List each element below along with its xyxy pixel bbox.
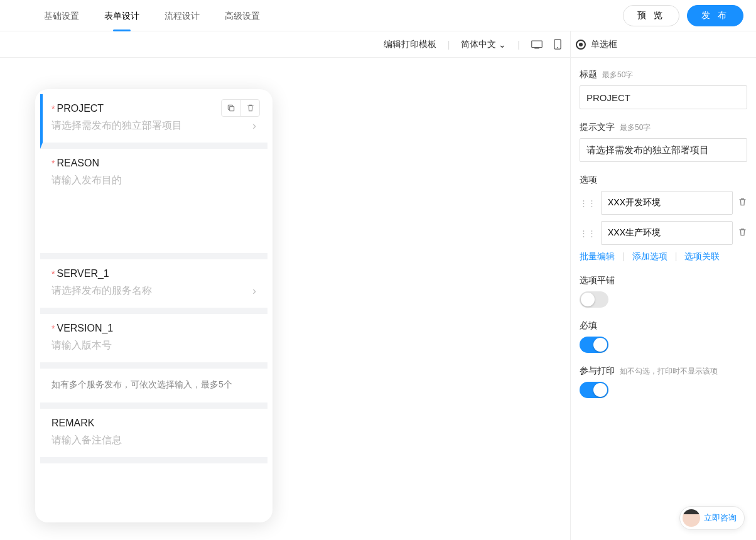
separator: | [448,40,450,50]
title-text: SERVER_1 [57,268,109,279]
required-field: 必填 [580,320,747,353]
form-item-placeholder: 请输入备注信息 [51,434,256,447]
form-item-project[interactable]: * PROJECT 请选择需发布的独立部署项目 › [40,94,267,149]
main-area: * PROJECT 请选择需发布的独立部署项目 › * REASON 请输入发布… [0,58,756,540]
chevron-right-icon: › [252,284,256,298]
form-item-title: * REASON [51,158,256,169]
tile-toggle[interactable] [580,291,608,308]
print-toggle[interactable] [580,382,608,398]
title-text: PROJECT [57,103,104,114]
tab-basic-settings[interactable]: 基础设置 [44,0,79,31]
form-item-title: * VERSION_1 [51,323,256,334]
item-actions [221,99,260,117]
top-actions: 预 览 发 布 [623,5,743,26]
relate-option-link[interactable]: 选项关联 [684,251,720,262]
svg-rect-0 [532,41,543,48]
form-item-version-1[interactable]: * VERSION_1 请输入版本号 [40,314,267,369]
label-hint: 最多50字 [602,70,633,80]
add-option-link[interactable]: 添加选项 [632,251,667,262]
language-selector[interactable]: 简体中文 ⌄ [461,39,506,50]
option-input[interactable] [601,191,733,215]
tab-form-design[interactable]: 表单设计 [104,0,139,31]
placeholder-text: 请输入发布目的 [51,174,122,187]
label-text: 选项平铺 [580,275,615,286]
prop-label: 选项平铺 [580,275,747,286]
mobile-preview-icon[interactable] [554,39,561,50]
label-hint: 如不勾选，打印时不显示该项 [620,366,718,377]
prop-label: 标题 最多50字 [580,69,747,80]
title-input[interactable] [580,85,747,109]
label-text: 选项 [580,175,597,186]
prop-label: 选项 [580,175,747,186]
option-input[interactable] [601,221,733,245]
label-text: 提示文字 [580,122,615,133]
label-text: 标题 [580,69,597,80]
title-text: REASON [57,158,99,169]
option-links: 批量编辑 | 添加选项 | 选项关联 [580,251,747,262]
component-type-heading: 单选框 [570,31,756,58]
title-text: VERSION_1 [57,323,113,334]
prop-label: 提示文字 最多50字 [580,122,747,133]
form-item-title: * SERVER_1 [51,268,256,279]
copy-icon[interactable] [222,100,240,116]
placeholder-text: 请输入版本号 [51,339,112,352]
form-item-server-1[interactable]: * SERVER_1 请选择发布的服务名称 › [40,259,267,314]
drag-handle-icon[interactable]: ⋮⋮ [580,229,596,238]
top-bar: 基础设置 表单设计 流程设计 高级设置 预 览 发 布 [0,0,756,31]
label-hint: 最多50字 [620,122,651,133]
toolbar: 编辑打印模板 | 简体中文 ⌄ | 单选框 [0,31,756,58]
preview-button[interactable]: 预 览 [623,5,679,26]
avatar [683,509,700,527]
form-item-placeholder: 请选择发布的服务名称 › [51,284,256,298]
form-item-placeholder: 请选择需发布的独立部署项目 › [51,119,256,132]
tile-field: 选项平铺 [580,275,747,308]
option-row: ⋮⋮ [580,191,747,215]
radio-icon [576,40,586,50]
option-row: ⋮⋮ [580,221,747,245]
delete-icon[interactable] [240,100,259,116]
hint-input[interactable] [580,138,747,162]
drag-handle-icon[interactable]: ⋮⋮ [580,198,596,208]
required-toggle[interactable] [580,337,608,353]
print-field: 参与打印 如不勾选，打印时不显示该项 [580,365,747,398]
form-item-placeholder: 请输入发布目的 [51,174,256,243]
device-frame: * PROJECT 请选择需发布的独立部署项目 › * REASON 请输入发布… [35,89,273,522]
description-text: 如有多个服务发布，可依次选择输入，最多5个 [51,379,232,389]
edit-print-template-button[interactable]: 编辑打印模板 [384,39,436,50]
main-tabs: 基础设置 表单设计 流程设计 高级设置 [44,0,260,31]
placeholder-text: 请选择需发布的独立部署项目 [51,119,182,132]
publish-button[interactable]: 发 布 [687,5,743,26]
hint-field: 提示文字 最多50字 [580,122,747,162]
tab-process-design[interactable]: 流程设计 [165,0,200,31]
form-item-reason[interactable]: * REASON 请输入发布目的 [40,149,267,259]
chevron-right-icon: › [252,119,256,132]
form-preview-scroll[interactable]: * PROJECT 请选择需发布的独立部署项目 › * REASON 请输入发布… [40,94,267,517]
delete-icon[interactable] [738,227,747,239]
svg-rect-5 [230,107,234,111]
placeholder-text: 请选择发布的服务名称 [51,284,152,298]
help-widget[interactable]: 立即咨询 [679,506,745,530]
language-label: 简体中文 [461,39,496,50]
desktop-preview-icon[interactable] [531,40,543,49]
form-item-remark[interactable]: REMARK 请输入备注信息 [40,409,267,463]
form-item-description[interactable]: 如有多个服务发布，可依次选择输入，最多5个 [40,369,267,409]
form-item-title: REMARK [51,418,256,429]
required-star-icon: * [51,158,55,168]
required-star-icon: * [51,269,55,279]
canvas-area: * PROJECT 请选择需发布的独立部署项目 › * REASON 请输入发布… [0,58,570,540]
batch-edit-link[interactable]: 批量编辑 [580,251,615,262]
required-star-icon: * [51,104,55,114]
title-text: REMARK [51,418,94,429]
tab-advanced-settings[interactable]: 高级设置 [225,0,260,31]
delete-icon[interactable] [738,197,747,208]
prop-label: 必填 [580,320,747,332]
prop-label: 参与打印 如不勾选，打印时不显示该项 [580,365,747,377]
form-item-placeholder: 请输入版本号 [51,339,256,352]
options-field: 选项 ⋮⋮ ⋮⋮ 批量编辑 | 添加选项 | 选项关 [580,175,747,262]
help-text: 立即咨询 [704,512,737,524]
title-field: 标题 最多50字 [580,69,747,109]
separator: | [622,251,625,262]
separator: | [517,40,520,50]
chevron-down-icon: ⌄ [499,40,506,50]
label-text: 必填 [580,320,597,332]
